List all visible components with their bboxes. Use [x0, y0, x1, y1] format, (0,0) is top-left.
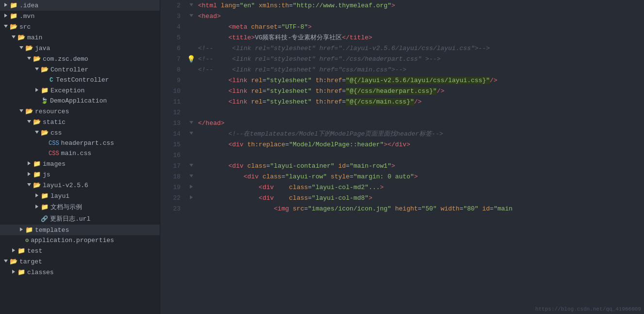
- tree-arrow-mvn: [2, 14, 10, 19]
- sidebar-item-resources[interactable]: 📂resources: [0, 106, 160, 117]
- sidebar-item-DemoApplication[interactable]: 🍃DemoApplication: [0, 96, 160, 106]
- line-gutter: [186, 160, 196, 171]
- sidebar-item-classes[interactable]: 📁classes: [0, 267, 160, 278]
- sidebar-item-images[interactable]: 📁images: [0, 158, 160, 169]
- line-content[interactable]: <div class="layui-col-md8">: [196, 192, 644, 203]
- sidebar-item-layui[interactable]: 📁layui: [0, 191, 160, 201]
- sidebar-label-classes: classes: [27, 269, 54, 276]
- line-content[interactable]: <head>: [196, 11, 644, 21]
- file-icon-mvn: 📁: [10, 12, 17, 20]
- sidebar-item-main_css[interactable]: CSSmain.css: [0, 148, 160, 158]
- line-content[interactable]: <html lang="en" xmlns:th="http://www.thy…: [196, 0, 644, 11]
- line-content[interactable]: <link rel="stylesheet" th:href="@{/css/m…: [196, 96, 644, 107]
- sidebar-label-main_css: main.css: [61, 150, 91, 157]
- svg-marker-21: [189, 14, 193, 17]
- tree-arrow-com_zsc_demo: [25, 56, 33, 62]
- sidebar-item-com_zsc_demo[interactable]: 📂com.zsc.demo: [0, 53, 160, 64]
- sidebar-item-main[interactable]: 📂main: [0, 32, 160, 43]
- line-gutter: [186, 107, 196, 118]
- sidebar-label-static: static: [43, 119, 66, 126]
- file-icon-com_zsc_demo: 📂: [33, 55, 41, 63]
- line-content[interactable]: [196, 150, 644, 160]
- sidebar-item-Exception[interactable]: 📁Exception: [0, 85, 160, 96]
- line-content[interactable]: <img src="images/icon/icon.jng" height="…: [196, 203, 644, 214]
- line-content[interactable]: <!-- <link rel="stylesheet" href="css/ma…: [196, 64, 644, 75]
- line-content[interactable]: <title>VG频客科技-专业素材分享社区</title>: [196, 32, 644, 43]
- line-content[interactable]: [196, 107, 644, 118]
- sidebar-label-_____url: 更新日志.url: [50, 214, 90, 223]
- tree-arrow-css: [33, 130, 41, 136]
- sidebar-item-css[interactable]: 📂css: [0, 127, 160, 138]
- sidebar-label-layui: layui: [51, 192, 69, 200]
- code-area[interactable]: 2<html lang="en" xmlns:th="http://www.th…: [160, 0, 644, 314]
- file-icon-idea: 📁: [10, 1, 17, 9]
- line-number: 3: [160, 11, 186, 21]
- line-content[interactable]: <div th:replace="Model/ModelPage::header…: [196, 139, 644, 150]
- sidebar-item-_____url[interactable]: 🔗更新日志.url: [0, 213, 160, 225]
- tree-arrow-_____: [33, 205, 41, 210]
- svg-marker-12: [28, 172, 31, 176]
- file-icon-static: 📂: [33, 118, 41, 126]
- file-icon-Exception: 📁: [41, 87, 49, 94]
- line-gutter: [186, 86, 196, 96]
- line-content[interactable]: </head>: [196, 118, 644, 128]
- line-gutter: [186, 32, 196, 43]
- sidebar: 📁.idea📁.mvn📂src📂main📂java📂com.zsc.demo📂C…: [0, 0, 160, 314]
- sidebar-item-src[interactable]: 📂src: [0, 21, 160, 32]
- sidebar-item-java[interactable]: 📂java: [0, 43, 160, 53]
- svg-marker-11: [28, 161, 31, 165]
- code-line-3: 3<head>: [160, 11, 644, 21]
- svg-marker-19: [12, 270, 15, 274]
- file-icon-css: 📂: [41, 129, 49, 137]
- sidebar-item-TestController[interactable]: CTestController: [0, 75, 160, 85]
- line-number: 17: [160, 160, 186, 171]
- line-content[interactable]: <link rel="stylesheet" th:href="@{/css/h…: [196, 86, 644, 96]
- sidebar-item-js[interactable]: 📁js: [0, 169, 160, 180]
- sidebar-item-idea[interactable]: 📁.idea: [0, 0, 160, 11]
- line-content[interactable]: <meta charset="UTF-8">: [196, 21, 644, 32]
- line-content[interactable]: <!-- <link rel="stylesheet" href="./css/…: [196, 53, 644, 64]
- code-line-19: 19 <div class="layui-col-md2"...>: [160, 182, 644, 192]
- line-number: 9: [160, 75, 186, 86]
- line-number: 10: [160, 86, 186, 96]
- line-content[interactable]: <div class="layui-row" style="margin: 0 …: [196, 171, 644, 182]
- sidebar-item-headerpart_css[interactable]: CSSheaderpart.css: [0, 138, 160, 148]
- code-line-7: 7💡<!-- <link rel="stylesheet" href="./cs…: [160, 53, 644, 64]
- line-gutter: [186, 96, 196, 107]
- sidebar-item-application_properties[interactable]: ⚙application.properties: [0, 235, 160, 245]
- file-icon-js: 📁: [33, 171, 41, 178]
- sidebar-label-java: java: [35, 45, 50, 52]
- file-icon-layui_v2_5_6: 📂: [33, 181, 41, 189]
- tree-arrow-Controller: [33, 67, 41, 72]
- line-content[interactable]: <!--在templateates/Model下的ModelPage页面里面找h…: [196, 128, 644, 139]
- svg-marker-23: [189, 132, 193, 135]
- file-icon-main: 📂: [17, 34, 25, 41]
- sidebar-item-target[interactable]: 📂target: [0, 256, 160, 267]
- sidebar-label-js: js: [43, 171, 51, 178]
- tree-arrow-images: [25, 161, 33, 167]
- line-number: 15: [160, 139, 186, 150]
- tree-arrow-classes: [10, 270, 17, 275]
- sidebar-item-layui_v2_5_6[interactable]: 📂layui-v2.5.6: [0, 180, 160, 191]
- sidebar-item-Controller[interactable]: 📂Controller: [0, 64, 160, 75]
- sidebar-label-idea: .idea: [19, 2, 38, 9]
- line-content[interactable]: <div class="layui-col-md2"...>: [196, 182, 644, 192]
- line-content[interactable]: <div class="layui-container" id="main-ro…: [196, 160, 644, 171]
- svg-marker-15: [35, 205, 38, 209]
- svg-marker-14: [35, 193, 38, 197]
- line-content[interactable]: <link rel="stylesheet" th:href="@{/layui…: [196, 75, 644, 86]
- sidebar-item-test[interactable]: 📁test: [0, 245, 160, 256]
- code-line-2: 2<html lang="en" xmlns:th="http://www.th…: [160, 0, 644, 11]
- sidebar-label-DemoApplication: DemoApplication: [50, 97, 107, 105]
- sidebar-item-static[interactable]: 📂static: [0, 117, 160, 127]
- sidebar-item-templates[interactable]: 📁templates: [0, 225, 160, 235]
- svg-marker-16: [20, 227, 23, 231]
- line-content[interactable]: <!-- <link rel="stylesheet" href="./layu…: [196, 43, 644, 53]
- sidebar-item-_____[interactable]: 📁文档与示例: [0, 201, 160, 213]
- sidebar-label-target: target: [19, 258, 42, 265]
- svg-marker-17: [12, 248, 15, 252]
- file-icon-_____url: 🔗: [41, 215, 48, 223]
- sidebar-item-mvn[interactable]: 📁.mvn: [0, 11, 160, 21]
- sidebar-label-css: css: [51, 129, 62, 137]
- line-gutter: [186, 203, 196, 214]
